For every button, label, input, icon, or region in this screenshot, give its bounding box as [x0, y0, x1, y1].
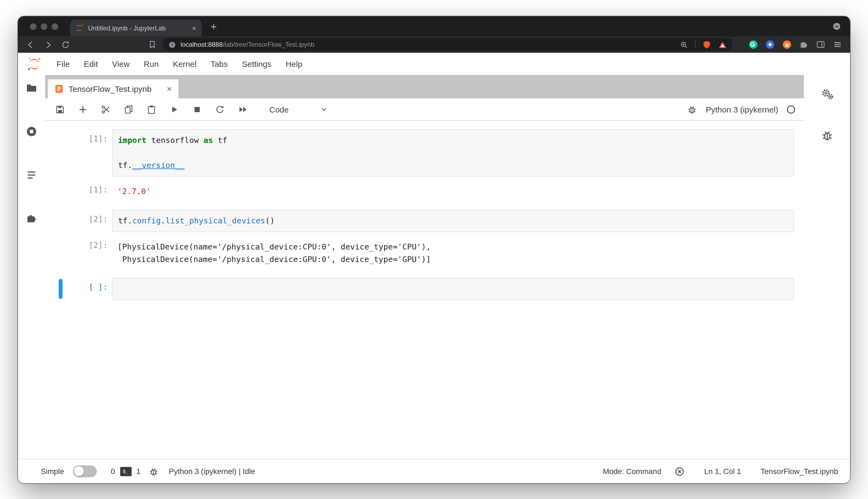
notebook-cells[interactable]: [1]:import tensorflow as tf tf.__version… — [45, 121, 804, 459]
cell-type-select[interactable]: Code — [269, 105, 328, 114]
divider — [695, 41, 696, 48]
property-inspector-icon[interactable] — [820, 87, 833, 100]
traffic-light-zoom[interactable] — [52, 23, 58, 29]
running-kernels-icon[interactable] — [26, 125, 37, 137]
cell-type-value: Code — [269, 105, 289, 114]
kernel-status-text[interactable]: Python 3 (ipykernel) | Idle — [169, 467, 255, 476]
code-line: tf.__version__ — [118, 159, 788, 172]
status-filename: TensorFlow_Test.ipynb — [761, 467, 838, 476]
screen: Untitled.ipynb - JupyterLab × + localhos… — [0, 0, 868, 499]
browser-tab-title: Untitled.ipynb - JupyterLab — [88, 24, 188, 32]
traffic-light-close[interactable] — [30, 23, 36, 29]
menu-file[interactable]: File — [49, 59, 77, 69]
notebook-cell[interactable]: [ ]: — [45, 278, 804, 300]
notebook-tab[interactable]: TensorFlow_Test.ipynb × — [48, 80, 178, 98]
zoom-icon[interactable] — [679, 40, 688, 49]
traffic-light-minimize[interactable] — [41, 23, 47, 29]
simple-mode-toggle[interactable] — [73, 465, 97, 477]
jupyterlab-app: File Edit View Run Kernel Tabs Settings … — [18, 53, 850, 483]
code-line — [118, 283, 788, 295]
run-cell-button[interactable] — [169, 104, 180, 114]
interrupt-kernel-button[interactable] — [192, 104, 202, 114]
extensions-row: a — [741, 40, 842, 49]
code-line: PhysicalDevice(name='/physical_device:GP… — [118, 253, 788, 266]
bookmark-icon[interactable] — [147, 40, 157, 49]
cell-editor[interactable]: import tensorflow as tf tf.__version__ — [112, 129, 794, 177]
menu-edit[interactable]: Edit — [77, 59, 105, 69]
status-bar-right: Mode: Command Ln 1, Col 1 TensorFlow_Tes… — [603, 466, 838, 476]
kernel-name[interactable]: Python 3 (ipykernel) — [706, 105, 778, 114]
cell-prompt: [ ]: — [67, 278, 108, 300]
cell-editor[interactable]: tf.config.list_physical_devices() — [112, 210, 794, 232]
cell-selection-bar — [59, 242, 62, 265]
url-path: /lab/tree/TensorFlow_Test.ipynb — [223, 41, 315, 48]
menu-settings[interactable]: Settings — [235, 59, 278, 69]
menu-kernel[interactable]: Kernel — [166, 59, 204, 69]
site-info-icon[interactable] — [168, 40, 176, 49]
url-text: localhost:8888/lab/tree/TensorFlow_Test.… — [181, 41, 673, 48]
document-tab-bar: TensorFlow_Test.ipynb × — [45, 75, 804, 98]
extension-manager-icon[interactable] — [26, 212, 37, 224]
forward-icon[interactable] — [43, 39, 53, 50]
grammarly-extension-icon[interactable] — [748, 40, 758, 49]
tab-close-icon[interactable]: × — [192, 24, 196, 32]
cell-selection-bar — [59, 279, 62, 299]
blue-extension-icon[interactable] — [765, 40, 775, 49]
notebook-icon — [55, 84, 64, 94]
debugger-bug-icon[interactable] — [687, 104, 697, 114]
kernel-bug-icon[interactable] — [149, 466, 159, 476]
toolbar-right: Python 3 (ipykernel) — [687, 104, 796, 114]
menu-view[interactable]: View — [105, 59, 137, 69]
cell-prompt: [1]: — [67, 129, 108, 177]
browser-window: Untitled.ipynb - JupyterLab × + localhos… — [18, 16, 850, 483]
notification-off-icon[interactable] — [674, 466, 685, 476]
copy-cell-button[interactable] — [123, 104, 134, 114]
sidebar-toggle-icon[interactable] — [816, 40, 825, 49]
terminal-icon[interactable]: $_ — [120, 467, 131, 476]
cell-prompt: [2]: — [67, 210, 108, 232]
reload-icon[interactable] — [60, 39, 71, 50]
jupyter-logo — [26, 56, 43, 72]
table-of-contents-icon[interactable] — [26, 169, 37, 181]
right-activity-bar — [804, 75, 850, 459]
adblock-extension-icon[interactable] — [718, 40, 727, 49]
browser-tab[interactable]: Untitled.ipynb - JupyterLab × — [70, 20, 202, 36]
chevron-down-icon — [319, 105, 328, 114]
cursor-position[interactable]: Ln 1, Col 1 — [704, 467, 741, 476]
notebook-tab-close-icon[interactable]: × — [167, 84, 172, 94]
cell-selection-bar — [59, 131, 62, 175]
notebook-cell[interactable]: [1]:'2.7.0' — [45, 185, 804, 198]
add-cell-button[interactable] — [78, 104, 88, 114]
cell-selection-bar — [59, 211, 62, 231]
file-browser-icon[interactable] — [26, 82, 37, 94]
cell-editor[interactable] — [112, 278, 794, 300]
notebook-cell[interactable]: [2]:tf.config.list_physical_devices() — [45, 210, 804, 232]
browser-menu-icon[interactable] — [833, 40, 842, 49]
notebook-cell[interactable]: [1]:import tensorflow as tf tf.__version… — [45, 129, 804, 177]
cell-output: '2.7.0' — [112, 185, 794, 198]
new-tab-button[interactable]: + — [210, 21, 217, 32]
command-mode-label[interactable]: Mode: Command — [603, 467, 661, 476]
tab-search-icon[interactable] — [832, 22, 841, 31]
debugger-panel-icon[interactable] — [820, 129, 833, 142]
paste-cell-button[interactable] — [146, 104, 157, 114]
restart-kernel-button[interactable] — [215, 104, 225, 114]
code-line: '2.7.0' — [118, 185, 788, 198]
brave-shield-icon[interactable] — [702, 40, 711, 49]
restart-run-all-button[interactable] — [238, 104, 248, 114]
back-icon[interactable] — [26, 39, 36, 50]
notebook-cell[interactable]: [2]:[PhysicalDevice(name='/physical_devi… — [45, 241, 804, 266]
menu-run[interactable]: Run — [137, 59, 166, 69]
orange-a-extension-icon[interactable]: a — [782, 40, 792, 49]
menu-tabs[interactable]: Tabs — [203, 59, 235, 69]
jupyter-menu-bar: File Edit View Run Kernel Tabs Settings … — [18, 53, 850, 75]
toggle-knob — [74, 466, 84, 476]
cut-cell-button[interactable] — [100, 104, 111, 114]
code-line — [118, 147, 788, 159]
save-button[interactable] — [55, 104, 65, 114]
code-line: tf.config.list_physical_devices() — [118, 215, 788, 227]
kernel-status-icon[interactable] — [786, 104, 796, 114]
url-field[interactable]: localhost:8888/lab/tree/TensorFlow_Test.… — [162, 38, 733, 51]
extensions-puzzle-icon[interactable] — [799, 40, 809, 49]
menu-help[interactable]: Help — [278, 59, 310, 69]
